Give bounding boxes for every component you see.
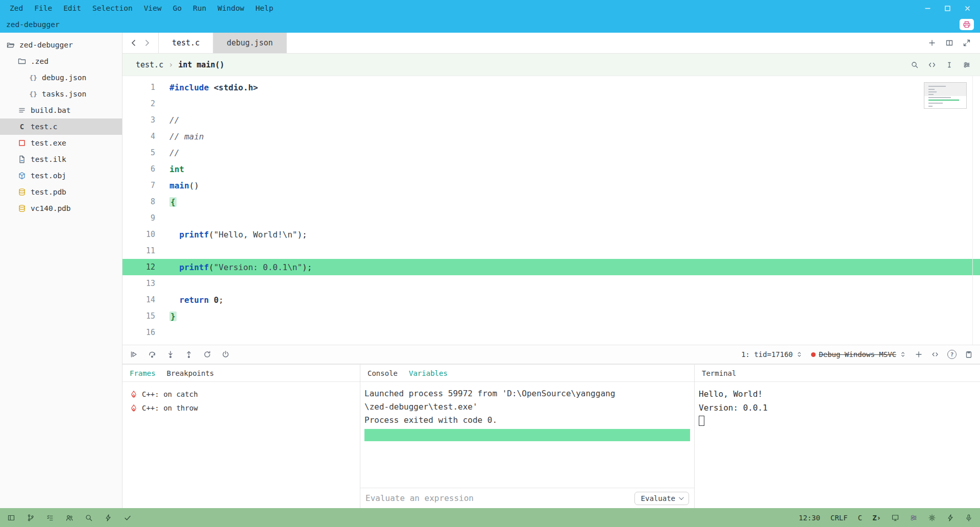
session-selector[interactable]: Debug Windows MSVC <box>811 350 906 358</box>
menu-go[interactable]: Go <box>168 3 186 13</box>
code-line-14[interactable]: 14 return 0; <box>122 292 980 308</box>
tab-terminal[interactable]: Terminal <box>702 369 736 377</box>
code-line-7[interactable]: 7main() <box>122 177 980 194</box>
gear-icon[interactable] <box>928 514 936 522</box>
sidebar-item-test-obj[interactable]: test.obj <box>0 167 122 184</box>
code-line-1[interactable]: 1#include <stdio.h> <box>122 79 980 95</box>
tab-debug-json[interactable]: debug.json <box>213 33 286 53</box>
breakpoint-row[interactable]: C++: on catch <box>127 387 356 401</box>
clipboard-icon[interactable] <box>965 350 973 358</box>
code-line-4[interactable]: 4// main <box>122 128 980 145</box>
step-over-icon[interactable] <box>148 350 156 358</box>
sidebar-item-test-ilk[interactable]: test.ilk <box>0 151 122 167</box>
minimap[interactable] <box>924 82 967 109</box>
scrollbar-debug-marker[interactable] <box>973 262 980 268</box>
menu-run[interactable]: Run <box>188 3 211 13</box>
code-line-15[interactable]: 15} <box>122 308 980 324</box>
sliders-icon[interactable] <box>963 61 971 69</box>
line-ending-indicator[interactable]: CRLF <box>830 514 848 522</box>
monitor-icon[interactable] <box>891 514 899 522</box>
sidebar-item-test-exe[interactable]: test.exe <box>0 135 122 151</box>
step-out-icon[interactable] <box>185 350 193 358</box>
close-icon[interactable] <box>964 5 971 12</box>
thread-selector[interactable]: 1: tid=17160 <box>741 350 803 358</box>
angle-brackets-icon[interactable] <box>928 61 936 69</box>
breadcrumb-symbol[interactable]: int main() <box>178 60 224 69</box>
tab-variables[interactable]: Variables <box>409 369 448 377</box>
menu-edit[interactable]: Edit <box>59 3 86 13</box>
evaluate-button[interactable]: Evaluate <box>634 492 689 505</box>
console-selected-line[interactable] <box>364 429 690 441</box>
menu-help[interactable]: Help <box>251 3 278 13</box>
line-number[interactable]: 2 <box>122 99 169 108</box>
sidebar-item-zed-debugger[interactable]: zed-debugger <box>0 37 122 53</box>
terminal-output[interactable]: Hello, World!Version: 0.0.1 <box>695 382 980 508</box>
code-line-11[interactable]: 11 <box>122 243 980 259</box>
line-number[interactable]: 10 <box>122 230 169 239</box>
code-line-13[interactable]: 13 <box>122 275 980 292</box>
breakpoint-row[interactable]: C++: on throw <box>127 401 356 415</box>
search-sb-icon[interactable] <box>85 514 93 522</box>
tab-console[interactable]: Console <box>368 369 398 377</box>
tab-frames[interactable]: Frames <box>130 369 156 377</box>
continue-icon[interactable] <box>130 350 138 358</box>
code-line-12[interactable]: 12 printf("Version: 0.0.1\n"); <box>122 259 980 275</box>
line-number[interactable]: 12 <box>122 262 169 272</box>
line-number[interactable]: 4 <box>122 132 169 141</box>
code-editor[interactable]: 1#include <stdio.h>23//4// main5//6int7m… <box>122 76 980 345</box>
code-line-3[interactable]: 3// <box>122 112 980 128</box>
step-into-icon[interactable] <box>166 350 175 358</box>
console-output[interactable]: Launched process 59972 from 'D:\OpenSour… <box>360 382 694 488</box>
expand-icon[interactable] <box>963 39 971 47</box>
sidebar-item-tasks-json[interactable]: {}tasks.json <box>0 86 122 102</box>
printer-badge-icon[interactable] <box>960 19 974 30</box>
zap-icon[interactable] <box>946 514 954 522</box>
menu-selection[interactable]: Selection <box>88 3 137 13</box>
sidebar-item-debug-json[interactable]: {}debug.json <box>0 69 122 86</box>
sidebar-item--zed[interactable]: .zed <box>0 53 122 69</box>
code-icon[interactable] <box>931 350 939 358</box>
git-branch-icon[interactable] <box>27 514 35 522</box>
mic-icon[interactable] <box>965 514 973 522</box>
line-number[interactable]: 6 <box>122 164 169 174</box>
sidebar-item-test-c[interactable]: Ctest.c <box>0 118 122 135</box>
line-number[interactable]: 8 <box>122 197 169 206</box>
sidebar-item-test-pdb[interactable]: test.pdb <box>0 184 122 200</box>
line-number[interactable]: 16 <box>122 328 169 337</box>
line-number[interactable]: 9 <box>122 213 169 223</box>
line-number[interactable]: 5 <box>122 148 169 157</box>
checklist-icon[interactable] <box>46 514 54 522</box>
maximize-icon[interactable] <box>944 5 951 12</box>
menu-view[interactable]: View <box>139 3 166 13</box>
evaluate-input[interactable] <box>365 493 629 503</box>
panel-icon[interactable] <box>7 514 15 522</box>
sliders-icon[interactable] <box>910 514 918 522</box>
stop-icon[interactable] <box>222 350 230 358</box>
users-icon[interactable] <box>65 514 74 522</box>
nav-forward-icon[interactable] <box>143 39 151 47</box>
check-icon[interactable] <box>124 514 132 522</box>
help-icon[interactable]: ? <box>947 350 957 359</box>
line-number[interactable]: 15 <box>122 312 169 321</box>
code-line-9[interactable]: 9 <box>122 210 980 226</box>
tab-test-c[interactable]: test.c <box>158 33 213 53</box>
language-indicator[interactable]: C <box>858 514 862 522</box>
code-line-2[interactable]: 2 <box>122 95 980 112</box>
menu-window[interactable]: Window <box>213 3 249 13</box>
split-icon[interactable] <box>945 39 953 47</box>
line-number[interactable]: 1 <box>122 83 169 92</box>
scrollbar-track[interactable] <box>972 76 973 345</box>
menu-file[interactable]: File <box>30 3 57 13</box>
search-icon[interactable] <box>911 61 919 69</box>
plus-icon[interactable] <box>928 39 936 47</box>
tab-breakpoints[interactable]: Breakpoints <box>167 369 214 377</box>
sidebar-item-vc140-pdb[interactable]: vc140.pdb <box>0 200 122 217</box>
nav-back-icon[interactable] <box>130 39 138 47</box>
menu-zed[interactable]: Zed <box>5 3 28 13</box>
line-number[interactable]: 7 <box>122 181 169 190</box>
breadcrumb-file[interactable]: test.c <box>136 60 163 69</box>
restart-icon[interactable] <box>203 350 211 358</box>
sidebar-item-build-bat[interactable]: build.bat <box>0 102 122 118</box>
minimize-icon[interactable] <box>924 5 931 12</box>
zap-icon[interactable] <box>104 514 112 522</box>
